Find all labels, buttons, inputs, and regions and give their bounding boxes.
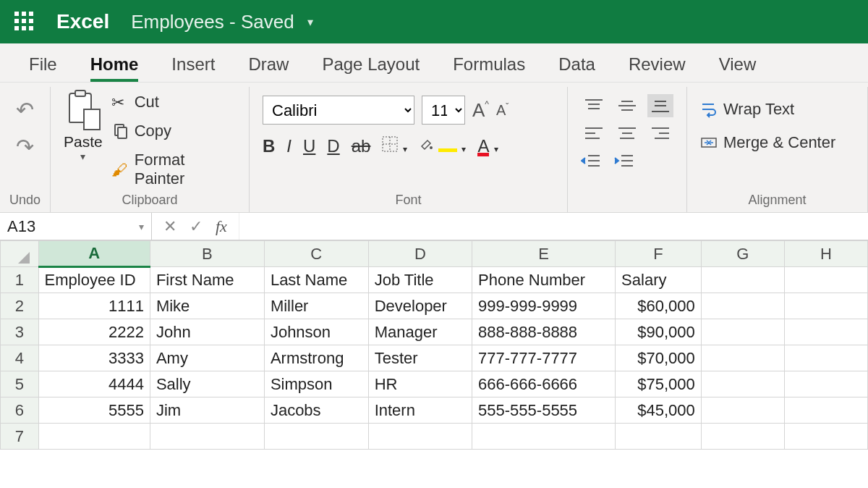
cell[interactable] [616,424,702,450]
cell[interactable]: Tester [368,345,472,371]
tab-formulas[interactable]: Formulas [453,54,525,82]
cut-button[interactable]: ✂ Cut [111,93,236,112]
tab-view[interactable]: View [719,54,757,82]
cell[interactable]: 777-777-7777 [472,345,616,371]
formula-input[interactable] [239,213,868,240]
bold-button[interactable]: B [263,136,275,156]
row-header[interactable]: 3 [1,319,39,345]
cell[interactable]: Salary [616,267,702,293]
row-header[interactable]: 1 [1,267,39,293]
select-all-corner[interactable] [1,241,39,267]
cell[interactable]: 5555 [38,397,150,424]
cell[interactable]: Developer [368,293,472,319]
borders-button[interactable]: ▾ [382,136,407,156]
cell[interactable] [368,424,472,450]
cell[interactable]: HR [368,371,472,397]
cell[interactable] [784,319,867,345]
paste-button[interactable]: Paste ▾ [64,90,103,162]
tab-draw[interactable]: Draw [248,54,289,82]
cell[interactable] [784,424,867,450]
cell[interactable]: Jacobs [264,397,368,424]
cell[interactable]: 4444 [38,371,150,397]
merge-center-button[interactable]: Merge & Center [700,133,835,152]
chevron-down-icon[interactable]: ▾ [139,221,144,232]
tab-data[interactable]: Data [558,54,595,82]
chevron-down-icon[interactable]: ▾ [80,151,85,162]
col-header-d[interactable]: D [368,241,472,267]
row-header[interactable]: 2 [1,293,39,319]
tab-review[interactable]: Review [629,54,686,82]
cell[interactable] [784,345,867,371]
italic-button[interactable]: I [286,136,292,156]
col-header-b[interactable]: B [150,241,264,267]
chevron-down-icon[interactable]: ▾ [307,15,313,29]
align-left-icon[interactable] [581,122,607,145]
cell[interactable]: Manager [368,319,472,345]
cell[interactable] [264,424,368,450]
cell[interactable]: $45,000 [616,397,702,424]
row-header[interactable]: 4 [1,345,39,371]
cell[interactable]: 1111 [38,293,150,319]
align-middle-icon[interactable] [614,94,640,117]
align-top-icon[interactable] [581,94,607,117]
cell[interactable]: First Name [150,267,264,293]
cell[interactable]: 999-999-9999 [472,293,616,319]
cell[interactable] [784,371,867,397]
underline-button[interactable]: U [303,136,315,156]
cell[interactable] [701,293,784,319]
decrease-indent-icon[interactable] [581,153,601,171]
tab-page-layout[interactable]: Page Layout [322,54,420,82]
double-underline-button[interactable]: D [327,136,339,156]
cell[interactable] [38,424,150,450]
col-header-e[interactable]: E [472,241,616,267]
cell[interactable] [701,371,784,397]
align-center-icon[interactable] [614,122,640,145]
cell[interactable]: John [150,319,264,345]
tab-home[interactable]: Home [90,54,139,82]
fx-icon[interactable]: fx [216,217,227,236]
cell[interactable]: Armstrong [264,345,368,371]
col-header-a[interactable]: A [38,241,150,267]
document-title[interactable]: Employees - Saved [131,11,294,33]
col-header-g[interactable]: G [701,241,784,267]
cell[interactable] [784,293,867,319]
spreadsheet-grid[interactable]: A B C D E F G H 1Employee IDFirst NameLa… [0,240,868,450]
cell[interactable]: Simpson [264,371,368,397]
cell[interactable]: 2222 [38,319,150,345]
chevron-down-icon[interactable]: ▾ [403,144,407,154]
cell[interactable]: Amy [150,345,264,371]
font-color-button[interactable]: A ▾ [477,136,498,156]
cell[interactable]: Jim [150,397,264,424]
cell[interactable]: Mike [150,293,264,319]
cell[interactable]: 888-888-8888 [472,319,616,345]
cell[interactable]: 555-555-5555 [472,397,616,424]
tab-insert[interactable]: Insert [171,54,215,82]
redo-icon[interactable]: ↷ [16,134,34,159]
row-header[interactable]: 5 [1,371,39,397]
cell[interactable]: Johnson [264,319,368,345]
cell[interactable] [701,345,784,371]
cell[interactable]: $60,000 [616,293,702,319]
cell[interactable] [784,267,867,293]
cell[interactable]: $75,000 [616,371,702,397]
cell[interactable] [701,424,784,450]
accept-formula-icon[interactable]: ✓ [190,217,203,236]
increase-indent-icon[interactable] [614,153,634,171]
fill-color-button[interactable]: ▾ [419,136,466,156]
cell[interactable]: $90,000 [616,319,702,345]
cell[interactable]: Phone Number [472,267,616,293]
chevron-down-icon[interactable]: ▾ [461,144,466,154]
cell[interactable]: Last Name [264,267,368,293]
cell[interactable]: Sally [150,371,264,397]
cell[interactable]: Miller [264,293,368,319]
cell[interactable] [701,267,784,293]
font-name-select[interactable]: Calibri [263,96,414,125]
format-painter-button[interactable]: 🖌 Format Painter [111,151,236,188]
cell[interactable] [784,397,867,424]
cell[interactable] [472,424,616,450]
copy-button[interactable]: Copy [111,122,236,140]
align-right-icon[interactable] [647,122,673,145]
cell[interactable]: 666-666-6666 [472,371,616,397]
cell[interactable] [701,319,784,345]
font-size-select[interactable]: 11 [422,96,465,125]
